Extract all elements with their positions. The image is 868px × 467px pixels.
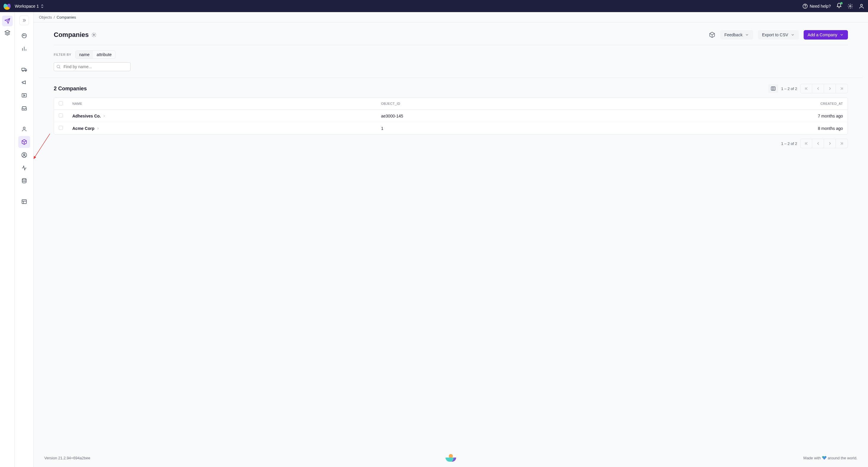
svg-rect-13 — [22, 199, 26, 204]
svg-point-16 — [57, 65, 60, 68]
chevron-last-icon — [839, 86, 844, 91]
cell-object-id: 1 — [376, 122, 601, 135]
pager-first[interactable] — [800, 139, 812, 148]
svg-point-9 — [23, 127, 25, 129]
crumb-parent[interactable]: Objects — [39, 15, 52, 20]
chevron-right-icon — [828, 141, 832, 146]
company-name-link[interactable]: Acme Corp — [72, 126, 372, 131]
sidebar-item-templates[interactable] — [18, 89, 30, 101]
truck-icon — [21, 66, 27, 72]
sidebar-item-dashboard[interactable] — [18, 30, 30, 42]
feedback-button[interactable]: Feedback — [720, 30, 753, 39]
companies-table: NAME OBJECT_ID CREATED_AT Adhesives Co. … — [54, 97, 848, 135]
pager-range-bottom: 1 – 2 of 2 — [781, 142, 797, 146]
sidebar-item-objects[interactable] — [18, 136, 30, 148]
add-company-button[interactable]: Add a Company — [804, 30, 848, 39]
pager-prev[interactable] — [812, 84, 824, 93]
svg-point-11 — [23, 154, 25, 155]
inbox-icon — [21, 105, 27, 111]
pager-buttons — [800, 84, 848, 93]
pager-last[interactable] — [836, 139, 848, 148]
help-link[interactable]: Need help? — [802, 4, 831, 9]
sidebar-item-broadcasts[interactable] — [18, 76, 30, 88]
pager-next[interactable] — [824, 139, 836, 148]
cell-created-at: 7 months ago — [601, 110, 848, 122]
workspace-selector[interactable]: Workspace 1 — [15, 4, 44, 8]
row-checkbox[interactable] — [59, 113, 63, 118]
user-circle-icon — [21, 152, 27, 158]
table-row[interactable]: Adhesives Co. ae3000-1457 months ago — [54, 110, 848, 122]
megaphone-icon — [21, 80, 27, 85]
col-created-at[interactable]: CREATED_AT — [601, 98, 848, 110]
filter-name-tab[interactable]: name — [75, 51, 93, 58]
sidebar-item-users[interactable] — [18, 123, 30, 135]
filter-attribute-tab[interactable]: attribute — [93, 51, 115, 58]
made-with: Made with around the world. — [456, 456, 857, 460]
chevron-down-icon — [790, 33, 795, 37]
chevron-right-icon — [96, 127, 100, 130]
table-row[interactable]: Acme Corp 18 months ago — [54, 122, 848, 135]
search-input-wrap — [54, 62, 130, 71]
sidebar-item-inbox[interactable] — [18, 102, 30, 114]
export-csv-button[interactable]: Export to CSV — [758, 30, 799, 39]
cube-icon — [21, 139, 27, 145]
chevron-left-icon — [816, 86, 820, 91]
company-name-link[interactable]: Adhesives Co. — [72, 114, 372, 118]
breadcrumb: Objects / Companies — [34, 12, 868, 23]
gear-icon[interactable] — [91, 32, 97, 37]
svg-point-12 — [22, 179, 26, 180]
chevron-right-icon — [828, 86, 832, 91]
sidebar-item-data[interactable] — [18, 175, 30, 187]
cell-object-id: ae3000-145 — [376, 110, 601, 122]
filter-toggle: name attribute — [75, 51, 116, 59]
sidebar-item-layout[interactable] — [18, 196, 30, 208]
primary-nav-rail — [0, 12, 15, 467]
row-checkbox[interactable] — [59, 126, 63, 130]
pager-last[interactable] — [836, 84, 848, 93]
svg-rect-8 — [22, 94, 26, 97]
updown-icon — [40, 4, 44, 8]
svg-point-2 — [850, 5, 851, 7]
gear-icon[interactable] — [847, 3, 853, 9]
sidebar-item-analytics[interactable] — [18, 43, 30, 55]
nav-item-layers[interactable] — [2, 27, 13, 38]
notif-dot — [840, 2, 843, 4]
sidebar-item-audience[interactable] — [18, 149, 30, 161]
chevron-down-icon — [745, 33, 749, 37]
column-settings-button[interactable] — [768, 84, 778, 93]
help-label: Need help? — [810, 4, 831, 8]
chevron-last-icon — [839, 141, 844, 146]
footer-logo — [445, 454, 456, 462]
footer: Version 21.2.94+694a2bee Made with aroun… — [39, 449, 863, 467]
select-all-checkbox[interactable] — [59, 101, 63, 105]
search-icon — [56, 64, 61, 69]
cube-icon[interactable] — [709, 32, 715, 38]
pager-first[interactable] — [800, 84, 812, 93]
version-label: Version 21.2.94+694a2bee — [44, 456, 445, 460]
expand-sidebar-button[interactable] — [20, 15, 29, 25]
chevron-left-icon — [816, 141, 820, 146]
svg-point-3 — [861, 4, 863, 6]
sidebar-item-journeys[interactable] — [18, 63, 30, 75]
col-name[interactable]: NAME — [68, 98, 376, 110]
svg-point-1 — [805, 7, 805, 7]
col-object-id[interactable]: OBJECT_ID — [376, 98, 601, 110]
help-icon — [802, 4, 808, 9]
search-input[interactable] — [54, 62, 130, 71]
pager-next[interactable] — [824, 84, 836, 93]
crumb-current: Companies — [57, 15, 76, 20]
filter-label: FILTER BY — [54, 53, 71, 56]
user-icon[interactable] — [859, 3, 864, 9]
cell-created-at: 8 months ago — [601, 122, 848, 135]
sidebar-item-activity[interactable] — [18, 162, 30, 174]
secondary-nav-rail — [15, 12, 34, 467]
nav-item-send[interactable] — [2, 15, 13, 26]
gauge-icon — [21, 33, 27, 39]
svg-rect-17 — [771, 87, 775, 90]
notifications-button[interactable] — [836, 3, 842, 10]
chevron-first-icon — [804, 141, 809, 146]
pager-prev[interactable] — [812, 139, 824, 148]
workspace-name: Workspace 1 — [15, 4, 39, 8]
pager-range: 1 – 2 of 2 — [781, 87, 797, 91]
svg-point-15 — [93, 34, 94, 36]
